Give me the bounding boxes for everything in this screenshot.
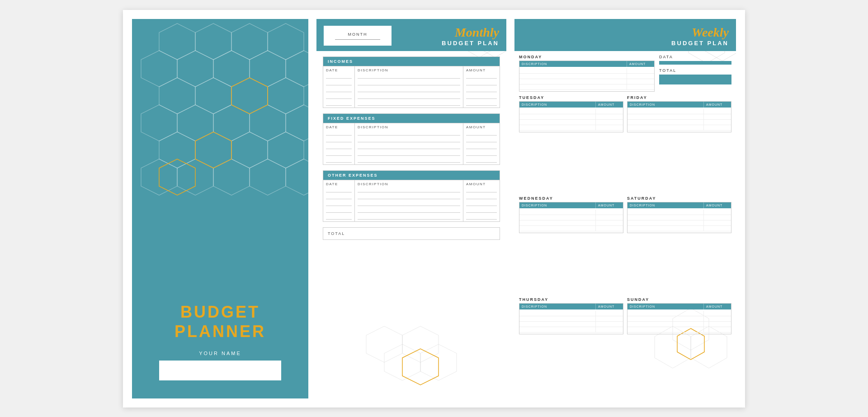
svg-marker-15	[213, 105, 250, 141]
day-label-sunday: SUNDAY	[627, 297, 731, 302]
incomes-header: INCOMES	[323, 57, 500, 66]
cell	[596, 311, 623, 316]
day-table-tuesday: DISCRIPTION AMOUNT	[519, 101, 623, 132]
cell	[627, 125, 704, 130]
line	[326, 188, 352, 192]
incomes-desc-lines	[358, 74, 460, 106]
cell	[627, 316, 704, 321]
line	[466, 195, 497, 199]
cell	[704, 120, 731, 125]
weekly-top-row: MONDAY DISCRIPTION AMOUNT	[519, 55, 731, 92]
cell	[596, 215, 623, 220]
cell	[519, 114, 596, 119]
line	[326, 81, 352, 85]
monthly-body: INCOMES DATE DISCRIPTION	[316, 51, 506, 398]
fixed-expenses-header: FIXED EXPENSES	[323, 114, 500, 123]
cell	[519, 322, 596, 327]
svg-marker-14	[177, 105, 213, 141]
saturday-lines	[627, 208, 731, 233]
svg-marker-13	[141, 105, 177, 141]
line	[326, 94, 352, 99]
cell	[519, 316, 596, 321]
cell	[704, 114, 731, 119]
svg-marker-29	[159, 159, 195, 195]
other-date-lines	[326, 188, 352, 220]
incomes-amount-lines	[466, 74, 497, 106]
day-row	[519, 210, 623, 215]
main-wrapper: BUDGET PLANNER YOUR NAME	[123, 10, 745, 408]
info-data-label: DATA	[659, 55, 731, 59]
weekly-header: Weekly BUDGET PLAN	[514, 19, 736, 51]
line	[358, 74, 460, 79]
day-row	[627, 120, 731, 125]
day-label-wednesday: WEDNESDAY	[519, 196, 623, 201]
cell	[596, 322, 623, 327]
line	[466, 88, 497, 92]
svg-marker-22	[141, 159, 177, 195]
other-expenses-section: OTHER EXPENSES DATE DISCRIPTION	[323, 170, 500, 222]
other-desc-col: DISCRIPTION	[355, 180, 463, 221]
cell	[627, 311, 704, 316]
sunday-desc-header: DISCRIPTION	[627, 304, 704, 309]
incomes-cols: DATE DISCRIPTION	[323, 66, 500, 108]
weekly-subtitle: BUDGET PLAN	[671, 40, 729, 47]
cell	[596, 327, 623, 332]
cell	[627, 114, 704, 119]
weekly-page: Weekly BUDGET PLAN MONDAY DISCRIPTION AM…	[514, 19, 736, 398]
line	[358, 101, 460, 106]
monthly-header: MONTH Monthly BUDGET PLAN	[316, 19, 506, 51]
cell	[627, 120, 704, 125]
line	[358, 145, 460, 149]
line	[358, 201, 460, 206]
day-row	[627, 226, 731, 231]
other-amount-lines	[466, 188, 497, 220]
svg-marker-4	[141, 51, 177, 87]
day-row	[519, 120, 623, 125]
cell	[704, 210, 731, 215]
svg-marker-19	[195, 132, 231, 168]
line	[466, 74, 497, 79]
sunday-header: DISCRIPTION AMOUNT	[627, 304, 731, 309]
line	[466, 138, 497, 142]
info-total-bar	[659, 75, 731, 84]
line	[326, 138, 352, 142]
fixed-date-label: DATE	[326, 125, 352, 129]
cover-name-field[interactable]	[159, 361, 281, 380]
day-row	[519, 327, 623, 333]
line	[358, 94, 460, 99]
line	[326, 74, 352, 79]
incomes-section: INCOMES DATE DISCRIPTION	[323, 56, 500, 108]
line	[326, 131, 352, 136]
info-data-bar	[659, 61, 731, 65]
cell	[519, 109, 596, 114]
day-label-friday: FRIDAY	[627, 95, 731, 100]
fixed-date-lines	[326, 131, 352, 163]
svg-marker-23	[177, 159, 213, 195]
cell	[704, 109, 731, 114]
fixed-amount-col: AMOUNT	[463, 123, 500, 164]
day-row	[519, 322, 623, 327]
incomes-date-lines	[326, 74, 352, 106]
cell	[519, 215, 596, 220]
svg-marker-17	[286, 105, 308, 141]
day-section-tuesday: TUESDAY DISCRIPTION AMOUNT	[519, 95, 623, 193]
incomes-desc-label: DISCRIPTION	[358, 68, 460, 72]
weekly-days-grid: TUESDAY DISCRIPTION AMOUNT	[519, 95, 731, 395]
weekly-title-block: Weekly BUDGET PLAN	[671, 25, 729, 47]
wednesday-desc-header: DISCRIPTION	[519, 202, 596, 208]
cover-content: BUDGET PLANNER YOUR NAME	[132, 302, 308, 380]
day-row	[627, 114, 731, 120]
cell	[704, 311, 731, 316]
line	[466, 188, 497, 192]
day-row	[519, 68, 654, 74]
cell	[627, 322, 704, 327]
line	[466, 131, 497, 136]
svg-marker-28	[231, 78, 268, 114]
line	[466, 158, 497, 163]
cell	[627, 68, 654, 73]
fixed-desc-lines	[358, 131, 460, 163]
day-table-wednesday: DISCRIPTION AMOUNT	[519, 202, 623, 233]
monday-desc-header: DISCRIPTION	[519, 61, 627, 67]
line	[466, 101, 497, 106]
month-input-box[interactable]: MONTH	[324, 26, 392, 46]
